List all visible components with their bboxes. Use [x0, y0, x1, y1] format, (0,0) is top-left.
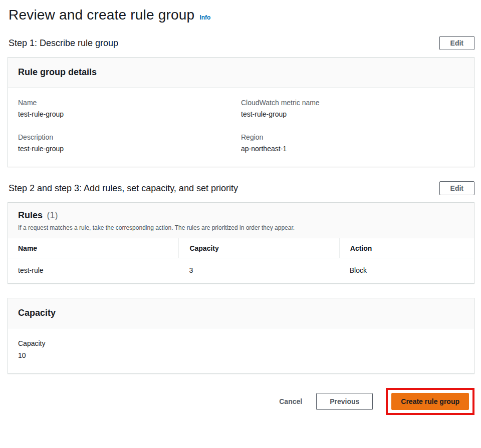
field-region-label: Region — [241, 133, 464, 141]
field-cloudwatch-metric: CloudWatch metric name test-rule-group — [241, 99, 464, 118]
table-row: test-rule 3 Block — [8, 258, 474, 283]
step23-header: Step 2 and step 3: Add rules, set capaci… — [9, 181, 474, 195]
rules-card-description: If a request matches a rule, take the co… — [18, 224, 464, 231]
step23-heading: Step 2 and step 3: Add rules, set capaci… — [9, 183, 238, 194]
field-name: Name test-rule-group — [18, 99, 241, 118]
field-description-label: Description — [18, 133, 241, 141]
rules-card-header: Rules (1) If a request matches a rule, t… — [8, 203, 474, 238]
field-region-value: ap-northeast-1 — [241, 145, 464, 153]
rules-count-badge: (1) — [47, 210, 58, 220]
field-name-value: test-rule-group — [18, 110, 241, 118]
rules-table-header-row: Name Capacity Action — [8, 238, 474, 258]
previous-button[interactable]: Previous — [316, 393, 373, 410]
page-title-row: Review and create rule group Info — [9, 7, 474, 23]
cancel-button[interactable]: Cancel — [278, 394, 303, 408]
field-cloudwatch-metric-label: CloudWatch metric name — [241, 99, 464, 107]
rules-card: Rules (1) If a request matches a rule, t… — [8, 202, 474, 284]
step1-heading: Step 1: Describe rule group — [9, 38, 118, 49]
footer-actions: Cancel Previous Create rule group — [8, 388, 474, 415]
page-title: Review and create rule group — [9, 7, 194, 23]
step1-header: Step 1: Describe rule group Edit — [9, 36, 474, 50]
capacity-label: Capacity — [18, 339, 464, 347]
column-header-name: Name — [18, 238, 178, 258]
rule-group-details-body: Name test-rule-group CloudWatch metric n… — [8, 88, 474, 167]
field-name-label: Name — [18, 99, 241, 107]
field-description: Description test-rule-group — [18, 133, 241, 153]
rule-capacity-cell: 3 — [178, 258, 339, 283]
highlight-box: Create rule group — [386, 388, 474, 415]
rules-table: Name Capacity Action test-rule 3 Block — [8, 238, 474, 283]
details-fields-grid: Name test-rule-group CloudWatch metric n… — [18, 99, 464, 153]
column-header-action: Action — [339, 238, 464, 258]
capacity-card: Capacity Capacity 10 — [8, 298, 474, 374]
field-region: Region ap-northeast-1 — [241, 133, 464, 153]
rule-group-details-title: Rule group details — [18, 67, 97, 77]
create-rule-group-button[interactable]: Create rule group — [391, 393, 469, 410]
capacity-value: 10 — [18, 351, 464, 359]
info-link[interactable]: Info — [199, 14, 210, 21]
capacity-card-header: Capacity — [8, 298, 474, 328]
rule-group-details-card: Rule group details Name test-rule-group … — [8, 57, 474, 167]
capacity-card-body: Capacity 10 — [8, 328, 474, 373]
field-description-value: test-rule-group — [18, 145, 241, 153]
step1-edit-button[interactable]: Edit — [439, 36, 474, 50]
rules-card-title: Rules — [18, 210, 43, 220]
capacity-card-title: Capacity — [18, 308, 56, 318]
rule-name-cell: test-rule — [18, 258, 178, 283]
rule-group-details-card-header: Rule group details — [8, 58, 474, 88]
page: Review and create rule group Info Step 1… — [0, 0, 481, 415]
field-cloudwatch-metric-value: test-rule-group — [241, 110, 464, 118]
column-header-capacity: Capacity — [178, 238, 339, 258]
step23-edit-button[interactable]: Edit — [439, 181, 474, 195]
rule-action-cell: Block — [339, 258, 464, 283]
